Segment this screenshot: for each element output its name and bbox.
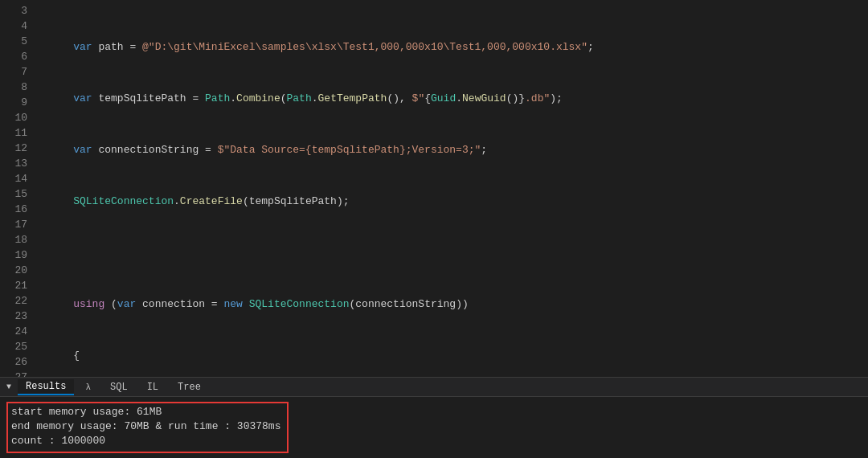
ln-20: 20 bbox=[3, 263, 27, 278]
output-line-1: start memory usage: 61MB bbox=[11, 405, 280, 419]
ln-26: 26 bbox=[3, 354, 27, 370]
collapse-gutter bbox=[34, 3, 45, 377]
line-numbers: 3 4 5 6 7 8 9 10 11 12 13 14 15 16 17 18… bbox=[0, 3, 34, 377]
ln-24: 24 bbox=[3, 324, 27, 339]
ln-27: 27 bbox=[3, 370, 27, 377]
ln-5: 5 bbox=[3, 34, 27, 49]
tab-arrow[interactable]: ▼ bbox=[6, 382, 11, 391]
ln-17: 17 bbox=[3, 217, 27, 232]
ln-8: 8 bbox=[3, 80, 27, 95]
tab-il[interactable]: IL bbox=[139, 380, 166, 395]
bottom-tabs: ▼ Results λ SQL IL Tree bbox=[0, 377, 868, 396]
ln-23: 23 bbox=[3, 309, 27, 324]
ln-18: 18 bbox=[3, 232, 27, 247]
output-highlight-box: start memory usage: 61MB end memory usag… bbox=[6, 402, 289, 453]
ln-7: 7 bbox=[3, 64, 27, 80]
ln-25: 25 bbox=[3, 339, 27, 354]
output-panel: start memory usage: 61MB end memory usag… bbox=[0, 396, 868, 458]
code-line-9: { bbox=[48, 348, 868, 363]
tab-sql[interactable]: SQL bbox=[102, 380, 136, 395]
ln-16: 16 bbox=[3, 202, 27, 217]
ln-12: 12 bbox=[3, 141, 27, 156]
ln-11: 11 bbox=[3, 125, 27, 141]
ln-4: 4 bbox=[3, 18, 27, 34]
ln-9: 9 bbox=[3, 95, 27, 110]
code-line-6: SQLiteConnection.CreateFile(tempSqlitePa… bbox=[48, 194, 868, 209]
code-line-4: var tempSqlitePath = Path.Combine(Path.G… bbox=[48, 91, 868, 106]
code-content: var path = @"D:\git\MiniExcel\samples\xl… bbox=[45, 3, 868, 377]
ln-19: 19 bbox=[3, 247, 27, 263]
ln-15: 15 bbox=[3, 186, 27, 202]
tab-results[interactable]: Results bbox=[18, 379, 74, 395]
code-line-7 bbox=[48, 245, 868, 260]
ln-21: 21 bbox=[3, 278, 27, 293]
ln-6: 6 bbox=[3, 49, 27, 64]
output-line-3: count : 1000000 bbox=[11, 434, 280, 448]
editor-area: 3 4 5 6 7 8 9 10 11 12 13 14 15 16 17 18… bbox=[0, 0, 868, 377]
tab-lambda[interactable]: λ bbox=[77, 381, 99, 394]
code-line-3: var path = @"D:\git\MiniExcel\samples\xl… bbox=[48, 39, 868, 55]
code-container: 3 4 5 6 7 8 9 10 11 12 13 14 15 16 17 18… bbox=[0, 0, 868, 377]
ln-3: 3 bbox=[3, 3, 27, 18]
ln-14: 14 bbox=[3, 171, 27, 186]
code-line-8: using (var connection = new SQLiteConnec… bbox=[48, 296, 868, 312]
code-line-5: var connectionString = $"Data Source={te… bbox=[48, 142, 868, 157]
tab-tree[interactable]: Tree bbox=[170, 380, 209, 395]
ln-10: 10 bbox=[3, 110, 27, 125]
ln-22: 22 bbox=[3, 293, 27, 309]
ln-13: 13 bbox=[3, 156, 27, 171]
output-line-2: end memory usage: 70MB & run time : 3037… bbox=[11, 419, 280, 434]
